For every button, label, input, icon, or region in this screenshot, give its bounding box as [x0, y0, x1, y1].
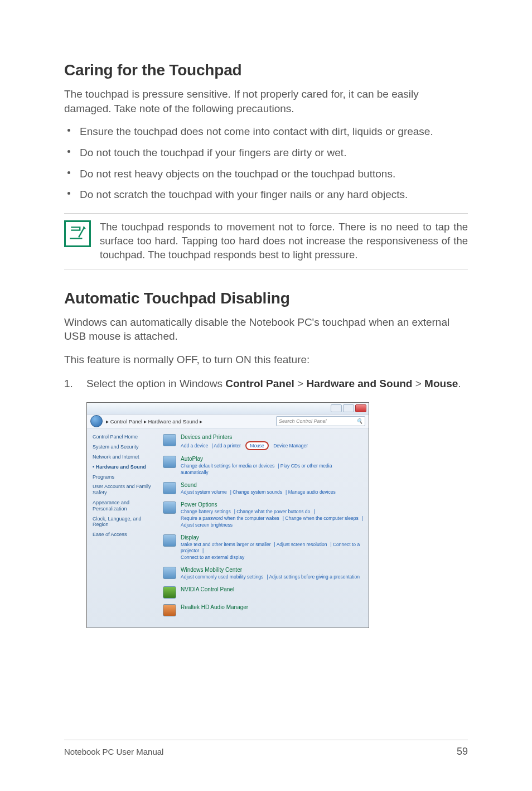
bullet-icon [67, 150, 70, 153]
list-item: Ensure the touchpad does not come into c… [64, 124, 468, 139]
list-text: Do not touch the touchpad if your finger… [80, 147, 346, 158]
sidebar-item-system-security[interactable]: System and Security [93, 444, 154, 450]
cat-title[interactable]: Power Options [181, 501, 363, 508]
search-input[interactable]: Search Control Panel 🔍 [276, 416, 365, 426]
sidebar-item-programs[interactable]: Programs [93, 474, 154, 480]
cat-nvidia: NVIDIA Control Panel [163, 586, 363, 599]
list-text: Do not scratch the touchpad with your fi… [80, 189, 408, 200]
footer-page-number: 59 [457, 746, 468, 758]
cat-realtek: Realtek HD Audio Manager [163, 604, 363, 616]
breadcrumb[interactable]: ▸ Control Panel ▸ Hardware and Sound ▸ [106, 418, 202, 425]
precautions-list: Ensure the touchpad does not come into c… [64, 124, 468, 202]
search-placeholder: Search Control Panel [279, 418, 327, 424]
sidebar-home[interactable]: Control Panel Home [93, 434, 154, 440]
link[interactable]: Adjust screen resolution [277, 542, 327, 547]
gt-sep: > [294, 378, 307, 389]
bullet-icon [67, 129, 70, 132]
sidebar-item-clock-language[interactable]: Clock, Language, and Region [93, 516, 154, 528]
paragraph-intro-2: Windows can automatically disable the No… [64, 315, 468, 344]
sidebar-item-user-accounts[interactable]: User Accounts and Family Safety [93, 484, 154, 496]
sidebar-item-appearance[interactable]: Appearance and Personalization [93, 500, 154, 512]
link[interactable]: Connect to an external display [181, 554, 244, 560]
cat-sound: Sound Adjust system volume| Change syste… [163, 482, 363, 496]
footer-manual-title: Notebook PC User Manual [64, 747, 163, 756]
step-text-pre: Select the option in Windows [86, 378, 225, 389]
list-text: Ensure the touchpad does not come into c… [80, 126, 433, 137]
link-mouse-highlighted[interactable]: Mouse [245, 441, 269, 450]
step-item: Select the option in Windows Control Pan… [64, 376, 468, 392]
cat-title[interactable]: Sound [181, 482, 363, 488]
bullet-icon [67, 171, 70, 174]
speaker-icon [163, 482, 176, 494]
cat-display: Display Make text and other items larger… [163, 534, 363, 562]
cat-title[interactable]: AutoPlay [181, 456, 363, 462]
link[interactable]: Change when the computer sleeps [285, 515, 358, 521]
note-text: The touchpad responds to movement not to… [100, 220, 468, 262]
window-body: Control Panel Home System and Security N… [87, 428, 369, 628]
heading-disabling: Automatic Touchpad Disabling [64, 290, 468, 307]
sidebar: Control Panel Home System and Security N… [87, 428, 157, 628]
mobility-icon [163, 567, 176, 579]
list-item: Do not touch the touchpad if your finger… [64, 146, 468, 160]
link[interactable]: Require a password when the computer wak… [181, 515, 279, 521]
window-navbar: ▸ Control Panel ▸ Hardware and Sound ▸ S… [87, 414, 369, 428]
bold-hardware-sound: Hardware and Sound [306, 378, 412, 389]
link[interactable]: Change battery settings [181, 509, 231, 514]
note-callout: The touchpad responds to movement not to… [64, 213, 468, 269]
bold-control-panel: Control Panel [225, 378, 294, 389]
sidebar-item-label: Hardware and Sound [96, 464, 146, 470]
steps-list: Select the option in Windows Control Pan… [64, 376, 468, 392]
link[interactable]: Adjust system volume [181, 489, 227, 495]
cat-devices-printers: Devices and Printers Add a device| Add a… [163, 434, 363, 450]
realtek-icon [163, 604, 176, 616]
embedded-screenshot: ▸ Control Panel ▸ Hardware and Sound ▸ S… [86, 402, 369, 628]
sidebar-item-hardware-sound[interactable]: • Hardware and Sound [93, 464, 154, 470]
link[interactable]: Adjust screen brightness [181, 522, 233, 528]
printer-icon [163, 434, 176, 446]
link-add-device[interactable]: Add a device [181, 443, 208, 448]
close-button[interactable] [355, 404, 366, 412]
nvidia-icon [163, 586, 176, 599]
cat-title[interactable]: NVIDIA Control Panel [181, 586, 363, 592]
window-titlebar [87, 403, 369, 414]
sidebar-item-network-internet[interactable]: Network and Internet [93, 454, 154, 460]
link[interactable]: Manage audio devices [288, 489, 336, 495]
list-item: Do not rest heavy objects on the touchpa… [64, 167, 468, 181]
sidebar-item-ease-of-access[interactable]: Ease of Access [93, 532, 154, 538]
note-icon [64, 220, 91, 247]
cat-power-options: Power Options Change battery settings| C… [163, 501, 363, 529]
paragraph-intro-1: The touchpad is pressure sensitive. If n… [64, 87, 468, 115]
period: . [458, 378, 461, 389]
gt-sep: > [412, 378, 424, 389]
link[interactable]: Adjust settings before giving a presenta… [269, 574, 360, 580]
list-item: Do not scratch the touchpad with your fi… [64, 187, 468, 202]
search-icon: 🔍 [356, 418, 362, 424]
cat-title[interactable]: Devices and Printers [181, 434, 363, 440]
cat-title[interactable]: Windows Mobility Center [181, 567, 363, 573]
link[interactable]: Adjust commonly used mobility settings [181, 574, 263, 580]
bold-mouse: Mouse [424, 378, 458, 389]
link[interactable]: Change what the power buttons do [236, 509, 310, 514]
minimize-button[interactable] [331, 404, 342, 412]
autoplay-icon [163, 456, 176, 468]
back-button[interactable] [90, 415, 103, 427]
cat-title[interactable]: Display [181, 534, 363, 541]
list-text: Do not rest heavy objects on the touchpa… [80, 168, 395, 180]
link-add-printer[interactable]: Add a printer [214, 443, 241, 448]
bullet-icon [67, 192, 70, 195]
link[interactable]: Change system sounds [233, 489, 282, 495]
cat-autoplay: AutoPlay Change default settings for med… [163, 456, 363, 476]
cat-mobility-center: Windows Mobility Center Adjust commonly … [163, 567, 363, 581]
link-device-manager[interactable]: Device Manager [273, 443, 308, 448]
display-icon [163, 534, 176, 547]
link[interactable]: Change default settings for media or dev… [181, 463, 274, 469]
link[interactable]: Make text and other items larger or smal… [181, 542, 271, 547]
power-icon [163, 501, 176, 514]
heading-caring: Caring for the Touchpad [64, 61, 468, 79]
paragraph-intro-3: This feature is normally OFF, to turn ON… [64, 353, 468, 367]
cat-title[interactable]: Realtek HD Audio Manager [181, 604, 363, 610]
maximize-button[interactable] [343, 404, 354, 412]
category-list: Devices and Printers Add a device| Add a… [157, 428, 369, 628]
page-footer: Notebook PC User Manual 59 [64, 740, 468, 758]
